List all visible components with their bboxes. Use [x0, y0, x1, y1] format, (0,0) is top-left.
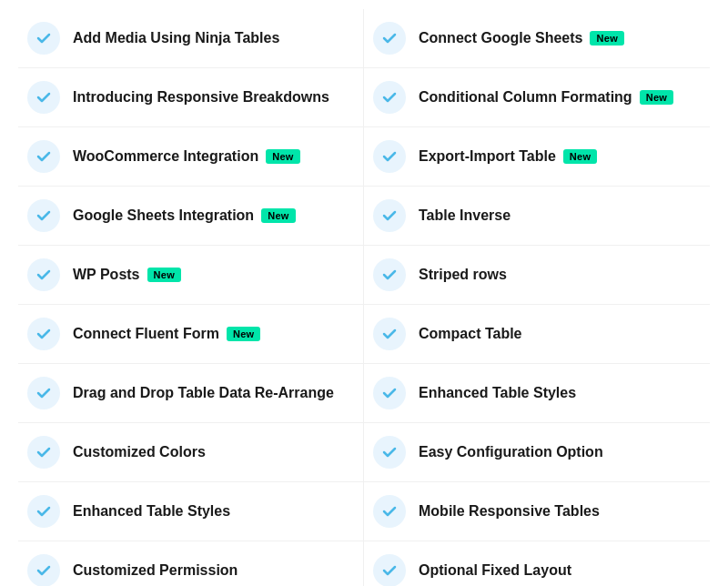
feature-label-text: Google Sheets IntegrationNew: [73, 207, 296, 224]
check-icon: [27, 554, 60, 586]
check-icon: [27, 377, 60, 409]
features-grid: Add Media Using Ninja Tables Introducing…: [18, 9, 710, 586]
feature-label-text: Optional Fixed Layout: [419, 562, 571, 579]
check-icon: [27, 81, 60, 114]
feature-item: Enhanced Table Styles: [18, 482, 364, 541]
feature-label-text: Customized Colors: [73, 444, 206, 460]
feature-label-text: Table Inverse: [419, 207, 511, 224]
feature-label-text: Connect Google SheetsNew: [419, 30, 624, 46]
new-badge: New: [261, 208, 296, 223]
feature-item: Table Inverse: [364, 187, 710, 246]
check-icon: [27, 436, 60, 469]
feature-item: Export-Import TableNew: [364, 127, 710, 187]
check-icon: [373, 436, 406, 469]
check-icon: [373, 495, 406, 528]
feature-item: Mobile Responsive Tables: [364, 482, 710, 541]
feature-item: WP PostsNew: [18, 246, 364, 305]
feature-label-text: Connect Fluent FormNew: [73, 326, 260, 342]
check-icon: [373, 554, 406, 586]
feature-label-text: WooCommerce IntegrationNew: [73, 148, 300, 165]
feature-item: Conditional Column FormatingNew: [364, 68, 710, 127]
check-icon: [373, 318, 406, 350]
feature-item: Easy Configuration Option: [364, 423, 710, 482]
feature-item: Compact Table: [364, 305, 710, 364]
feature-item: Optional Fixed Layout: [364, 541, 710, 586]
feature-item: Striped rows: [364, 246, 710, 305]
right-column: Connect Google SheetsNew Conditional Col…: [364, 9, 710, 586]
new-badge: New: [563, 149, 598, 164]
feature-item: Customized Permission: [18, 541, 364, 586]
feature-label-text: Add Media Using Ninja Tables: [73, 30, 279, 46]
feature-label-text: WP PostsNew: [73, 267, 181, 283]
new-badge: New: [266, 149, 300, 164]
check-icon: [373, 258, 406, 291]
check-icon: [373, 22, 406, 55]
feature-label-text: Striped rows: [419, 267, 507, 283]
feature-item: Add Media Using Ninja Tables: [18, 9, 364, 68]
check-icon: [27, 140, 60, 173]
new-badge: New: [590, 31, 624, 45]
feature-item: Introducing Responsive Breakdowns: [18, 68, 364, 127]
feature-label-text: Mobile Responsive Tables: [419, 503, 600, 520]
feature-item: WooCommerce IntegrationNew: [18, 127, 364, 187]
left-column: Add Media Using Ninja Tables Introducing…: [18, 9, 364, 586]
check-icon: [373, 140, 406, 173]
check-icon: [27, 318, 60, 350]
feature-label-text: Drag and Drop Table Data Re-Arrange: [73, 385, 334, 401]
feature-label-text: Conditional Column FormatingNew: [419, 89, 673, 106]
feature-item: Connect Fluent FormNew: [18, 305, 364, 364]
feature-item: Enhanced Table Styles: [364, 364, 710, 423]
new-badge: New: [227, 327, 261, 341]
check-icon: [27, 495, 60, 528]
feature-item: Customized Colors: [18, 423, 364, 482]
feature-item: Google Sheets IntegrationNew: [18, 187, 364, 246]
check-icon: [373, 81, 406, 114]
feature-label-text: Enhanced Table Styles: [419, 385, 576, 401]
check-icon: [27, 199, 60, 232]
feature-label-text: Export-Import TableNew: [419, 148, 597, 165]
feature-label-text: Compact Table: [419, 326, 522, 342]
check-icon: [373, 377, 406, 409]
check-icon: [27, 258, 60, 291]
feature-label-text: Introducing Responsive Breakdowns: [73, 89, 329, 106]
feature-item: Drag and Drop Table Data Re-Arrange: [18, 364, 364, 423]
feature-label-text: Enhanced Table Styles: [73, 503, 230, 520]
new-badge: New: [640, 90, 674, 105]
new-badge: New: [147, 268, 182, 282]
check-icon: [373, 199, 406, 232]
check-icon: [27, 22, 60, 55]
feature-label-text: Customized Permission: [73, 562, 238, 579]
feature-item: Connect Google SheetsNew: [364, 9, 710, 68]
feature-label-text: Easy Configuration Option: [419, 444, 603, 460]
